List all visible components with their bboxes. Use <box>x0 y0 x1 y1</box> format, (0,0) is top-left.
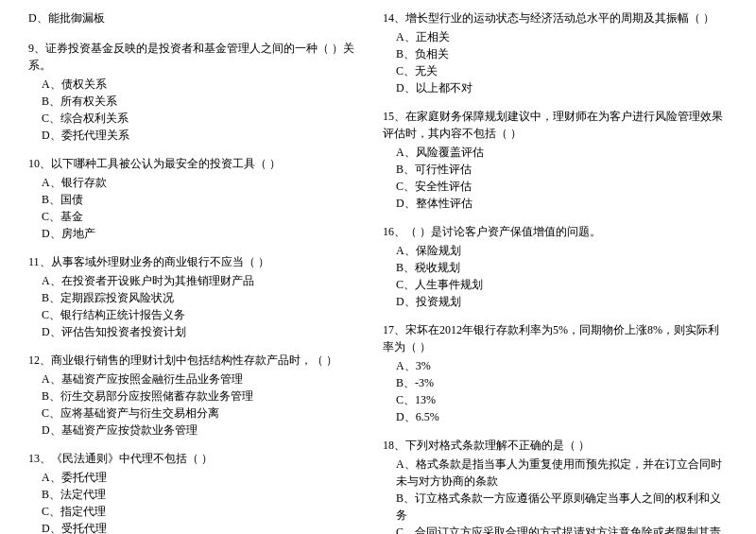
question-option: A、正相关 <box>383 28 728 45</box>
left-column: D、能批御漏板9、证券投资基金反映的是投资者和基金管理人之间的一种（ ）关系。A… <box>28 9 373 534</box>
two-column-layout: D、能批御漏板9、证券投资基金反映的是投资者和基金管理人之间的一种（ ）关系。A… <box>28 9 728 534</box>
question-option: C、合同订立方应采取合理的方式提请对方注意免除或者限制其责任的条款，接对方要求。… <box>383 524 728 534</box>
question-option: B、负相关 <box>383 45 728 62</box>
question-option: B、所有权关系 <box>28 93 373 110</box>
question-title: 16、（ ）是讨论客户资产保值增值的问题。 <box>383 223 728 240</box>
question-option: A、基础资产应按照金融衍生品业务管理 <box>28 370 373 388</box>
question-option: B、-3% <box>383 374 728 391</box>
question-title: 15、在家庭财务保障规划建议中，理财师在为客户进行风险管理效果评估时，其内容不包… <box>383 108 728 142</box>
question-option: D、委托代理关系 <box>28 127 373 144</box>
question-title: 13、《民法通则》中代理不包括（ ） <box>28 450 373 467</box>
question-block: D、能批御漏板 <box>28 9 373 28</box>
question-block: 12、商业银行销售的理财计划中包括结构性存款产品时，（ ）A、基础资产应按照金融… <box>28 352 373 439</box>
question-block: 10、以下哪种工具被公认为最安全的投资工具（ ）A、银行存款B、国债C、基金D、… <box>28 155 373 242</box>
question-option: C、银行结构正统计报告义务 <box>28 306 373 323</box>
question-option: A、格式条款是指当事人为重复使用而预先拟定，并在订立合同时未与对方协商的条款 <box>383 456 728 490</box>
question-option: A、债权关系 <box>28 76 373 93</box>
question-option: D、整体性评估 <box>383 195 728 212</box>
question-option: C、人生事件规划 <box>383 276 728 293</box>
question-block: 15、在家庭财务保障规划建议中，理财师在为客户进行风险管理效果评估时，其内容不包… <box>383 108 728 212</box>
question-option: D、6.5% <box>383 408 728 425</box>
question-option: C、无关 <box>383 62 728 79</box>
question-title: 17、宋坏在2012年银行存款利率为5%，同期物价上涨8%，则实际利率为（ ） <box>383 321 728 355</box>
question-option: B、可行性评估 <box>383 161 728 178</box>
question-title: 9、证券投资基金反映的是投资者和基金管理人之间的一种（ ）关系。 <box>28 40 373 74</box>
question-option: A、保险规划 <box>383 242 728 259</box>
question-option: C、13% <box>383 391 728 408</box>
question-block: 9、证券投资基金反映的是投资者和基金管理人之间的一种（ ）关系。A、债权关系B、… <box>28 40 373 144</box>
question-option: C、安全性评估 <box>383 178 728 195</box>
question-option: D、基础资产应按贷款业务管理 <box>28 422 373 439</box>
question-option: B、税收规划 <box>383 259 728 276</box>
question-title: 12、商业银行销售的理财计划中包括结构性存款产品时，（ ） <box>28 352 373 369</box>
question-title: 10、以下哪种工具被公认为最安全的投资工具（ ） <box>28 155 373 172</box>
question-option: A、在投资者开设账户时为其推销理财产品 <box>28 272 373 289</box>
question-option: A、委托代理 <box>28 469 373 486</box>
question-option: B、订立格式条款一方应遵循公平原则确定当事人之间的权利和义务 <box>383 490 728 524</box>
question-block: 17、宋坏在2012年银行存款利率为5%，同期物价上涨8%，则实际利率为（ ）A… <box>383 321 728 425</box>
question-option: B、定期跟踪投资风险状况 <box>28 289 373 306</box>
question-option: A、风险覆盖评估 <box>383 144 728 161</box>
question-option: C、指定代理 <box>28 503 373 520</box>
question-block: 14、增长型行业的运动状态与经济活动总水平的周期及其振幅（ ）A、正相关B、负相… <box>383 9 728 96</box>
question-option: A、3% <box>383 357 728 374</box>
question-option: B、国债 <box>28 191 373 208</box>
question-option: C、基金 <box>28 208 373 225</box>
question-option: B、法定代理 <box>28 486 373 503</box>
question-option: D、评估告知投资者投资计划 <box>28 323 373 340</box>
page-content: D、能批御漏板9、证券投资基金反映的是投资者和基金管理人之间的一种（ ）关系。A… <box>28 9 728 534</box>
question-option: A、银行存款 <box>28 174 373 191</box>
question-option: D、房地产 <box>28 225 373 242</box>
question-option: B、衍生交易部分应按照储蓄存款业务管理 <box>28 388 373 405</box>
question-option: D、以上都不对 <box>383 79 728 96</box>
question-title: 18、下列对格式条款理解不正确的是（ ） <box>383 437 728 454</box>
question-option: D、投资规划 <box>383 293 728 310</box>
question-block: 18、下列对格式条款理解不正确的是（ ）A、格式条款是指当事人为重复使用而预先拟… <box>383 437 728 534</box>
question-option: C、综合权利关系 <box>28 110 373 127</box>
question-title: D、能批御漏板 <box>28 9 373 26</box>
question-title: 14、增长型行业的运动状态与经济活动总水平的周期及其振幅（ ） <box>383 9 728 26</box>
question-title: 11、从事客域外理财业务的商业银行不应当（ ） <box>28 253 373 270</box>
question-option: D、受托代理 <box>28 520 373 534</box>
question-block: 11、从事客域外理财业务的商业银行不应当（ ）A、在投资者开设账户时为其推销理财… <box>28 253 373 340</box>
question-block: 16、（ ）是讨论客户资产保值增值的问题。A、保险规划B、税收规划C、人生事件规… <box>383 223 728 310</box>
right-column: 14、增长型行业的运动状态与经济活动总水平的周期及其振幅（ ）A、正相关B、负相… <box>383 9 728 534</box>
question-option: C、应将基础资产与衍生交易相分离 <box>28 405 373 422</box>
question-block: 13、《民法通则》中代理不包括（ ）A、委托代理B、法定代理C、指定代理D、受托… <box>28 450 373 534</box>
